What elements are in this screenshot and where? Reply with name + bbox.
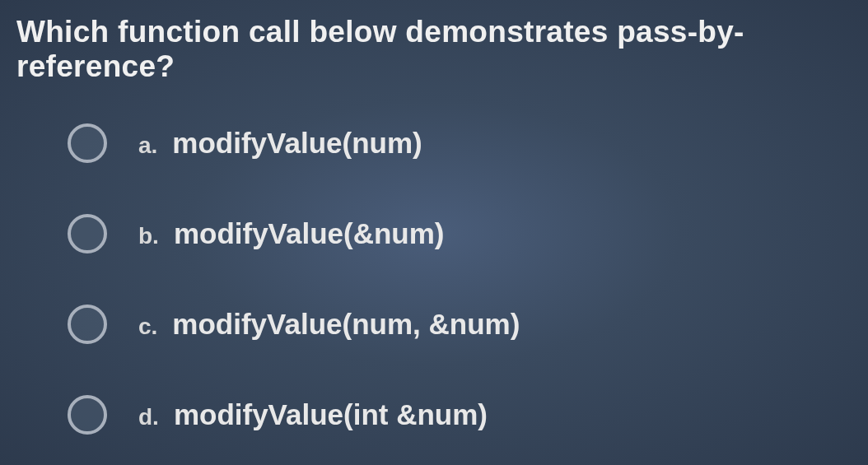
option-a[interactable]: a. modifyValue(num) bbox=[68, 123, 852, 163]
option-text: modifyValue(&num) bbox=[174, 217, 445, 250]
option-text: modifyValue(num, &num) bbox=[172, 308, 520, 341]
question-text: Which function call below demonstrates p… bbox=[16, 15, 852, 84]
radio-icon[interactable] bbox=[68, 123, 107, 163]
option-b[interactable]: b. modifyValue(&num) bbox=[68, 214, 852, 253]
option-letter: d. bbox=[138, 404, 159, 430]
option-text: modifyValue(num) bbox=[172, 127, 422, 160]
option-text: modifyValue(int &num) bbox=[174, 398, 488, 431]
option-d[interactable]: d. modifyValue(int &num) bbox=[68, 395, 852, 435]
option-c[interactable]: c. modifyValue(num, &num) bbox=[68, 305, 852, 344]
option-label: b. modifyValue(&num) bbox=[138, 217, 445, 250]
option-letter: c. bbox=[138, 314, 157, 340]
radio-icon[interactable] bbox=[68, 214, 107, 253]
option-label: a. modifyValue(num) bbox=[138, 127, 422, 160]
option-letter: b. bbox=[138, 223, 159, 249]
option-letter: a. bbox=[138, 133, 157, 159]
option-label: d. modifyValue(int &num) bbox=[138, 398, 488, 431]
radio-icon[interactable] bbox=[68, 395, 107, 435]
options-container: a. modifyValue(num) b. modifyValue(&num)… bbox=[16, 123, 852, 435]
radio-icon[interactable] bbox=[68, 305, 107, 344]
option-label: c. modifyValue(num, &num) bbox=[138, 308, 520, 341]
